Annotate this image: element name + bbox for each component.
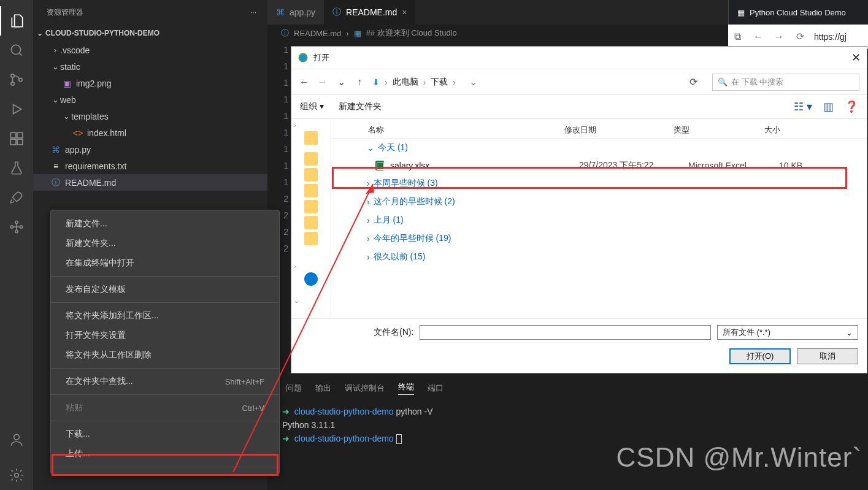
- nav-back-icon[interactable]: ←: [299, 77, 310, 88]
- settings-gear-icon[interactable]: [0, 461, 33, 490]
- organize-menu[interactable]: 组织 ▾: [300, 101, 324, 112]
- account-icon[interactable]: [0, 425, 33, 454]
- path-downloads[interactable]: 下载: [431, 77, 448, 88]
- chevron-right-icon: ›: [367, 234, 370, 243]
- folder-icon[interactable]: [304, 168, 318, 182]
- refresh-icon[interactable]: ⟳: [793, 30, 807, 44]
- preview-pane-icon[interactable]: ▥: [823, 100, 834, 113]
- col-name[interactable]: 名称: [368, 124, 564, 136]
- search-icon[interactable]: [0, 36, 33, 65]
- filename-input[interactable]: [420, 325, 711, 340]
- more-icon[interactable]: ···: [250, 8, 256, 17]
- chevron-down-icon[interactable]: ⌄: [336, 76, 347, 88]
- path-dropdown-icon[interactable]: ⌄: [463, 76, 483, 88]
- file-row-salary[interactable]: salary.xlsx 29/7/2023 下午5:22 Microsoft E…: [331, 157, 867, 174]
- tree-folder-vscode[interactable]: ›.vscode: [33, 42, 267, 58]
- ctx-folder-settings[interactable]: 打开文件夹设置: [51, 326, 279, 345]
- onedrive-icon[interactable]: [304, 272, 318, 286]
- group-today[interactable]: ⌄今天 (1): [331, 139, 867, 157]
- close-icon[interactable]: ×: [402, 7, 407, 17]
- beaker-icon[interactable]: [0, 153, 33, 183]
- run-debug-icon[interactable]: [0, 94, 33, 124]
- folder-icon[interactable]: [304, 216, 318, 229]
- tree-file-apppy[interactable]: ⌘app.py: [33, 141, 267, 158]
- col-date[interactable]: 修改日期: [564, 124, 674, 136]
- separator: [51, 368, 279, 369]
- tree-file-img2[interactable]: ▣img2.png: [33, 75, 267, 91]
- group-month[interactable]: ›这个月的早些时候 (2): [331, 193, 867, 211]
- col-type[interactable]: 类型: [674, 124, 764, 136]
- group-long[interactable]: ›很久以前 (15): [331, 248, 867, 266]
- svg-rect-4: [10, 132, 16, 138]
- edge-icon: [298, 52, 309, 63]
- panel-debug[interactable]: 调试控制台: [345, 383, 385, 394]
- panel-problems[interactable]: 问题: [286, 383, 302, 394]
- python-icon: ⌘: [276, 7, 285, 17]
- ctx-new-file[interactable]: 新建文件...: [51, 214, 279, 234]
- files-icon[interactable]: [0, 6, 33, 36]
- image-icon: ▣: [61, 78, 72, 88]
- help-icon[interactable]: ❓: [845, 100, 858, 113]
- tab-app-py[interactable]: ⌘app.py: [267, 0, 324, 25]
- tab-readme[interactable]: ⓘREADME.md×: [324, 0, 415, 25]
- path-thispc[interactable]: 此电脑: [393, 77, 418, 88]
- folder-icon[interactable]: [304, 200, 318, 213]
- url-field[interactable]: https://gj: [814, 32, 847, 42]
- tree-file-readme[interactable]: ⓘREADME.md: [33, 174, 267, 191]
- cancel-button[interactable]: 取消: [797, 348, 858, 364]
- refresh-icon[interactable]: ⟳: [689, 76, 697, 88]
- extensions-icon[interactable]: [0, 124, 33, 153]
- panel-ports[interactable]: 端口: [428, 383, 444, 394]
- breadcrumb-heading[interactable]: ## 欢迎来到 Cloud Studio: [366, 28, 457, 39]
- rocket-icon[interactable]: [0, 183, 33, 212]
- tree-folder-static[interactable]: ⌄static: [33, 58, 267, 75]
- folder-icon[interactable]: [304, 184, 318, 197]
- text-icon: ≡: [50, 161, 61, 171]
- browser-tab[interactable]: ▦ Python Cloud Studio Demo: [728, 0, 868, 25]
- group-week[interactable]: ›本周早些时候 (3): [331, 174, 867, 193]
- tree-folder-web[interactable]: ⌄web: [33, 91, 267, 108]
- graph-icon[interactable]: [0, 212, 33, 242]
- source-control-icon[interactable]: [0, 65, 33, 94]
- group-year[interactable]: ›今年的早些时候 (19): [331, 229, 867, 248]
- col-size[interactable]: 大小: [764, 124, 867, 136]
- tree-file-index[interactable]: <>index.html: [33, 124, 267, 141]
- folder-icon[interactable]: [304, 131, 318, 145]
- ctx-new-folder[interactable]: 新建文件夹...: [51, 234, 279, 253]
- breadcrumb-file[interactable]: README.md: [294, 29, 341, 38]
- view-icon[interactable]: ☷ ▾: [794, 100, 812, 113]
- close-icon[interactable]: ✕: [851, 51, 861, 64]
- ctx-find-in-folder[interactable]: 在文件夹中查找...Shift+Alt+F: [51, 372, 279, 391]
- folder-icon[interactable]: [304, 152, 318, 166]
- panel-terminal[interactable]: 终端: [398, 381, 414, 395]
- filetype-combo[interactable]: 所有文件 (*.*)⌄: [717, 325, 858, 340]
- ctx-upload[interactable]: 上传...: [51, 444, 279, 464]
- excel-icon: [375, 161, 384, 170]
- tree-file-requirements[interactable]: ≡requirements.txt: [33, 158, 267, 174]
- nav-forward-icon[interactable]: →: [317, 77, 328, 88]
- ctx-add-to-workspace[interactable]: 将文件夹添加到工作区...: [51, 306, 279, 326]
- search-input[interactable]: 🔍 在 下载 中搜索: [712, 74, 859, 91]
- nav-pane[interactable]: › › ⌄: [291, 119, 331, 318]
- panel-output[interactable]: 输出: [315, 383, 331, 394]
- ctx-publish-template[interactable]: 发布自定义模板: [51, 280, 279, 299]
- tree-folder-templates[interactable]: ⌄templates: [33, 108, 267, 124]
- back-icon[interactable]: ←: [751, 30, 765, 44]
- svg-point-13: [15, 473, 19, 478]
- new-folder-button[interactable]: 新建文件夹: [339, 101, 382, 112]
- forward-icon[interactable]: →: [772, 30, 786, 44]
- popout-icon[interactable]: ⧉: [731, 30, 744, 44]
- ctx-open-terminal[interactable]: 在集成终端中打开: [51, 253, 279, 273]
- folder-icon[interactable]: [304, 232, 318, 245]
- project-header[interactable]: ⌄ CLOUD-STUDIO-PYTHON-DEMO: [33, 25, 267, 42]
- separator: [51, 421, 279, 421]
- chevron-down-icon: ⌄: [291, 297, 299, 305]
- group-lastmonth[interactable]: ›上月 (1): [331, 211, 867, 229]
- ctx-remove-from-workspace[interactable]: 将文件夹从工作区删除: [51, 345, 279, 365]
- svg-point-12: [14, 434, 20, 440]
- chevron-right-icon: ›: [367, 215, 370, 225]
- svg-point-17: [301, 55, 306, 61]
- ctx-download[interactable]: 下载...: [51, 424, 279, 444]
- open-button[interactable]: 打开(O): [729, 348, 791, 364]
- nav-up-icon[interactable]: ↑: [354, 77, 365, 88]
